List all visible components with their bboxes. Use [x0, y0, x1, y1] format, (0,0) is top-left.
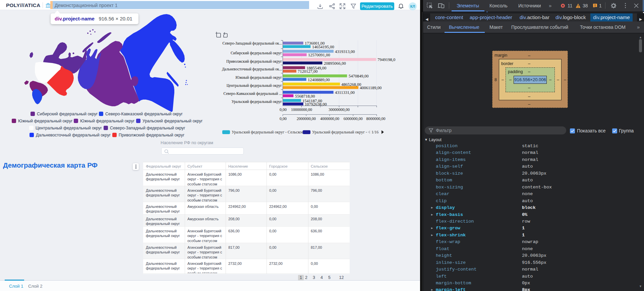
svg-text:10792638,00: 10792638,00 [305, 102, 327, 107]
svg-text:1/16: 1/16 [371, 130, 378, 134]
svg-text:30000000,00: 30000000,00 [329, 107, 350, 112]
svg-text:12570091,00: 12570091,00 [308, 53, 330, 57]
svg-text:4000000,00: 4000000,00 [320, 116, 339, 121]
svg-text:2000000,00: 2000000,00 [297, 116, 316, 121]
svg-text:Дальневосточный федеральный ок: Дальневосточный федеральный ок... [222, 67, 282, 71]
svg-text:6000000,00: 6000000,00 [344, 116, 363, 121]
svg-text:20895066,00: 20895066,00 [324, 61, 346, 66]
svg-text:5568718,00: 5568718,00 [295, 94, 315, 99]
svg-text:Уральский федеральный округ -: Уральский федеральный округ - [312, 130, 367, 134]
svg-text:14654195,00: 14654195,00 [312, 45, 334, 49]
svg-text:7949198,0: 7949198,0 [377, 57, 395, 62]
svg-text:5470849,00: 5470849,00 [349, 74, 368, 78]
svg-text:10000000,00: 10000000,00 [291, 107, 312, 112]
svg-text:12408889,00: 12408889,00 [308, 77, 330, 82]
svg-text:4865268,00: 4865268,00 [341, 82, 361, 87]
svg-text:Уральский федеральный округ: Уральский федеральный округ [231, 100, 282, 104]
svg-text:Южный федеральный округ: Южный федеральный округ [236, 75, 282, 80]
svg-text:40061189,00: 40061189,00 [360, 85, 382, 90]
svg-text:Северо-Западный федеральный ок: Северо-Западный федеральный ок... [222, 41, 282, 46]
svg-text:Приволжский федеральный округ: Приволжский федеральный округ [226, 59, 282, 64]
svg-text:4319313,00: 4319313,00 [335, 49, 355, 54]
svg-text:Сибирский федеральный округ: Сибирский федеральный округ [231, 51, 282, 55]
svg-text:Северо-Кавказский федеральный: Северо-Кавказский федеральный ... [223, 92, 282, 96]
svg-text:0,00: 0,00 [280, 116, 287, 121]
svg-text:7120127,00: 7120127,00 [298, 69, 317, 74]
svg-text:Уральский федеральный округ -: Уральский федеральный округ - Сельское [232, 130, 303, 134]
svg-text:0,00: 0,00 [280, 107, 287, 112]
svg-text:Центральный федеральный округ: Центральный федеральный округ [227, 83, 282, 88]
svg-text:8000000,00: 8000000,00 [366, 116, 386, 121]
svg-text:4311331,00: 4311331,00 [335, 90, 355, 95]
